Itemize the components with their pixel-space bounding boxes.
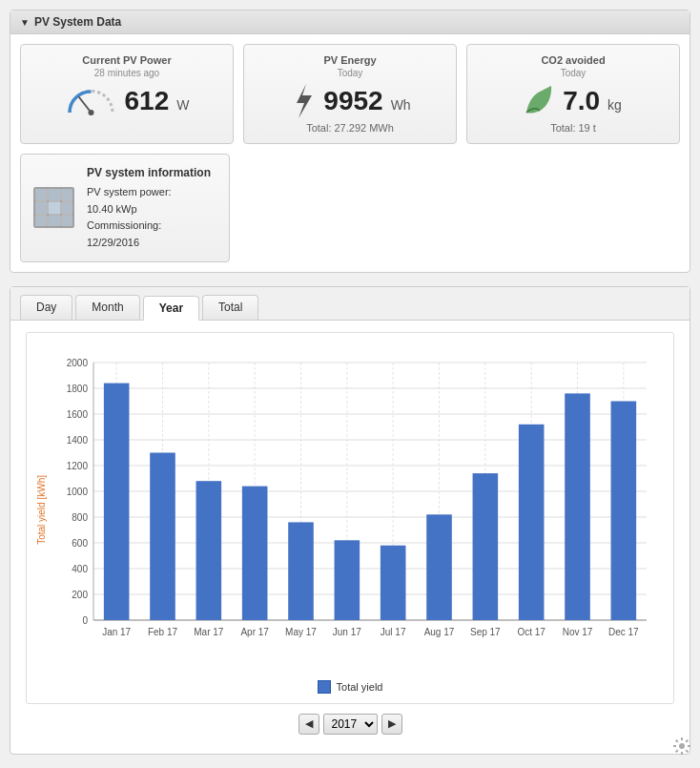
- legend-color-box: [318, 680, 331, 694]
- bar-chart: Jan 17Feb 17Mar 17Apr 17May 17Jun 17Jul …: [51, 348, 661, 673]
- gauge-icon: [65, 84, 117, 117]
- year-prev-button[interactable]: ◀: [299, 714, 319, 735]
- tab-day[interactable]: Day: [20, 295, 72, 320]
- svg-rect-48: [242, 486, 268, 619]
- current-pv-power-value: 612: [125, 86, 170, 116]
- system-info-text: PV system information PV system power: 1…: [87, 164, 211, 252]
- system-info-commissioning: Commissioning:: [87, 218, 211, 235]
- pv-energy-card: PV Energy Today 9952 Wh Total: 27.292 MW…: [243, 44, 457, 144]
- year-select[interactable]: 2017 2016 2018: [323, 714, 378, 735]
- pv-energy-title: PV Energy: [323, 54, 376, 66]
- pv-energy-main: 9952 Wh: [289, 84, 410, 118]
- current-pv-power-card: Current PV Power 28 minutes ago 612 W: [20, 44, 234, 144]
- tabs-row: Day Month Year Total: [10, 287, 690, 321]
- solar-panel-icon: [32, 186, 75, 229]
- year-next-button[interactable]: ▶: [381, 714, 402, 735]
- system-info-commissioning-date: 12/29/2016: [87, 235, 211, 252]
- svg-text:400: 400: [72, 564, 88, 574]
- svg-text:Dec 17: Dec 17: [608, 627, 639, 637]
- pv-system-panel: ▼ PV System Data Current PV Power 28 min…: [10, 10, 690, 273]
- svg-rect-54: [519, 424, 545, 619]
- svg-text:May 17: May 17: [285, 627, 317, 637]
- svg-text:Nov 17: Nov 17: [563, 627, 593, 637]
- pv-energy-subtitle: Today: [338, 68, 363, 78]
- svg-rect-50: [335, 540, 360, 620]
- tab-month[interactable]: Month: [75, 295, 139, 320]
- year-nav: ◀ 2017 2016 2018 ▶: [26, 714, 674, 742]
- svg-text:1400: 1400: [67, 435, 89, 446]
- svg-line-0: [79, 97, 92, 113]
- chart-container: Total yield [kWh] Jan 17Feb 17Mar 17Apr …: [26, 332, 674, 704]
- system-info-title: PV system information: [87, 164, 211, 182]
- svg-rect-11: [35, 202, 47, 214]
- y-axis-label: Total yield [kWh]: [36, 475, 47, 545]
- svg-text:Jun 17: Jun 17: [333, 627, 361, 637]
- svg-rect-9: [49, 189, 60, 200]
- bolt-icon: [289, 84, 316, 118]
- svg-text:0: 0: [82, 615, 88, 626]
- svg-text:Jul 17: Jul 17: [381, 627, 406, 637]
- svg-marker-2: [297, 84, 312, 118]
- svg-text:200: 200: [72, 590, 88, 600]
- svg-rect-49: [288, 522, 314, 620]
- svg-text:1800: 1800: [67, 384, 89, 394]
- current-pv-power-unit: W: [176, 97, 189, 113]
- svg-text:800: 800: [72, 512, 88, 523]
- svg-rect-56: [611, 401, 637, 620]
- system-info-power: PV system power:: [87, 184, 211, 201]
- svg-point-1: [88, 110, 93, 115]
- chart-outer: Total yield [kWh] Jan 17Feb 17Mar 17Apr …: [36, 348, 664, 673]
- svg-rect-13: [62, 202, 72, 214]
- svg-rect-46: [150, 452, 175, 620]
- current-pv-power-main: 612 W: [65, 84, 190, 117]
- co2-avoided-card: CO2 avoided Today 7.0 kg Total: 19 t: [466, 44, 680, 144]
- pv-panel-body: Current PV Power 28 minutes ago 612 W P: [10, 34, 690, 272]
- svg-rect-15: [49, 216, 60, 226]
- svg-text:1000: 1000: [67, 487, 89, 497]
- pv-energy-unit: Wh: [391, 97, 411, 113]
- pv-energy-total: Total: 27.292 MWh: [306, 122, 394, 134]
- svg-text:Jan 17: Jan 17: [102, 627, 131, 637]
- co2-avoided-total: Total: 19 t: [550, 122, 596, 134]
- svg-text:Oct 17: Oct 17: [517, 627, 546, 637]
- chart-area: Total yield [kWh] Jan 17Feb 17Mar 17Apr …: [10, 321, 690, 754]
- co2-avoided-title: CO2 avoided: [541, 54, 605, 66]
- tab-total[interactable]: Total: [202, 295, 258, 320]
- svg-text:Sep 17: Sep 17: [470, 627, 501, 637]
- svg-rect-53: [473, 473, 499, 620]
- svg-rect-47: [196, 481, 222, 620]
- svg-rect-55: [565, 393, 590, 620]
- legend-label: Total yield: [337, 681, 383, 693]
- co2-avoided-main: 7.0 kg: [525, 84, 622, 118]
- pv-energy-value: 9952: [323, 86, 382, 116]
- collapse-arrow[interactable]: ▼: [20, 17, 30, 28]
- svg-rect-52: [426, 514, 452, 620]
- current-pv-power-subtitle: 28 minutes ago: [94, 68, 159, 78]
- svg-text:1600: 1600: [67, 409, 89, 420]
- svg-rect-51: [381, 545, 406, 619]
- svg-text:Aug 17: Aug 17: [424, 627, 455, 637]
- system-info-power-value: 10.40 kWp: [87, 201, 211, 218]
- co2-avoided-subtitle: Today: [561, 68, 587, 78]
- system-info-card: PV system information PV system power: 1…: [20, 154, 230, 262]
- pv-panel-header: ▼ PV System Data: [10, 10, 690, 34]
- co2-avoided-unit: kg: [607, 97, 622, 113]
- svg-text:Feb 17: Feb 17: [148, 627, 178, 637]
- current-pv-power-title: Current PV Power: [82, 54, 172, 66]
- svg-text:2000: 2000: [67, 358, 89, 368]
- svg-text:600: 600: [72, 538, 88, 549]
- chart-legend: Total yield: [36, 680, 664, 694]
- metrics-row: Current PV Power 28 minutes ago 612 W P: [20, 44, 680, 144]
- svg-text:Mar 17: Mar 17: [194, 627, 224, 637]
- settings-icon[interactable]: [673, 737, 690, 758]
- co2-avoided-value: 7.0: [563, 86, 600, 116]
- pv-panel-title: PV System Data: [34, 15, 121, 29]
- svg-rect-45: [104, 383, 130, 619]
- svg-text:Apr 17: Apr 17: [240, 627, 269, 637]
- tab-year[interactable]: Year: [143, 296, 199, 321]
- leaf-icon: [525, 84, 555, 118]
- svg-text:1200: 1200: [67, 461, 89, 471]
- svg-point-80: [679, 743, 685, 749]
- chart-panel: Day Month Year Total Total yield [kWh] J…: [10, 286, 690, 755]
